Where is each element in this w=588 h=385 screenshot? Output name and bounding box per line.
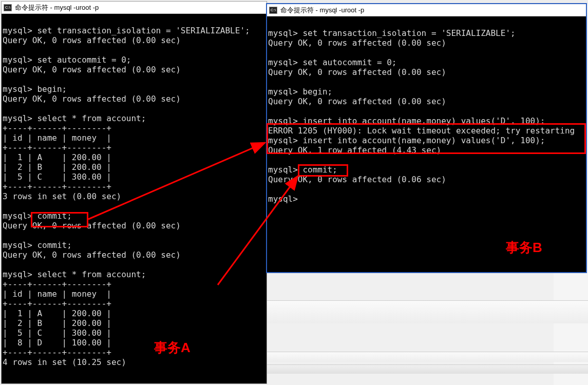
cmd-icon: C:\ — [4, 4, 12, 11]
terminal-window-left[interactable]: C:\ 命令提示符 - mysql -uroot -p mysql> set t… — [1, 1, 267, 384]
label-transaction-b: 事务B — [506, 239, 542, 257]
cmd-icon: C:\ — [269, 7, 277, 14]
terminal-window-right[interactable]: C:\ 命令提示符 - mysql -uroot -p mysql> set t… — [266, 3, 587, 273]
editor-background-strip2 — [267, 352, 588, 362]
titlebar-left[interactable]: C:\ 命令提示符 - mysql -uroot -p — [2, 2, 267, 14]
editor-background-strip — [267, 300, 588, 323]
window-title-right: 命令提示符 - mysql -uroot -p — [280, 6, 364, 15]
window-title-left: 命令提示符 - mysql -uroot -p — [15, 3, 99, 12]
terminal-output-left[interactable]: mysql> set transaction_isolation = 'SERI… — [2, 14, 267, 369]
titlebar-right[interactable]: C:\ 命令提示符 - mysql -uroot -p — [267, 4, 586, 16]
editor-background-strip3 — [267, 364, 588, 374]
label-transaction-a: 事务A — [154, 339, 191, 357]
terminal-output-right[interactable]: mysql> set transaction_isolation = 'SERI… — [267, 16, 586, 206]
